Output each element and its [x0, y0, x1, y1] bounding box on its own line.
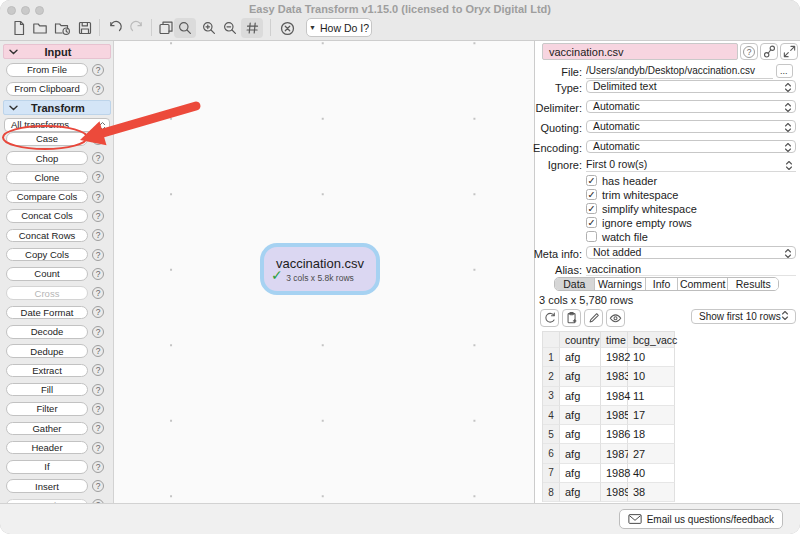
cell[interactable]: 1982 — [601, 348, 628, 367]
cell[interactable]: 10 — [628, 348, 675, 367]
zoom-out-icon[interactable] — [220, 18, 240, 38]
row-number[interactable]: 7 — [543, 464, 560, 483]
delimiter-select[interactable]: Automatic — [586, 100, 796, 114]
cell[interactable]: 17 — [628, 406, 675, 425]
transform-extract-button[interactable]: Extract — [6, 364, 88, 378]
transform-header-button[interactable]: Header — [6, 441, 88, 455]
row-number[interactable]: 8 — [543, 483, 560, 502]
checkbox-simplify-whitespace[interactable]: ✓ simplify whitespace — [586, 203, 697, 215]
transform-filter-select[interactable]: All transforms — [4, 118, 110, 132]
help-icon[interactable]: ? — [92, 133, 104, 145]
cell[interactable]: afg — [560, 444, 601, 463]
help-icon[interactable]: ? — [92, 191, 104, 203]
tab-results[interactable]: Results — [728, 278, 778, 290]
cell[interactable]: 1984 — [601, 387, 628, 406]
help-button[interactable]: ? — [740, 43, 758, 60]
cell[interactable]: afg — [560, 406, 601, 425]
transform-decode-button[interactable]: Decode — [6, 325, 88, 339]
link-icon[interactable] — [760, 43, 778, 60]
help-icon[interactable]: ? — [92, 152, 104, 164]
help-icon[interactable]: ? — [92, 345, 104, 357]
edit-icon[interactable] — [584, 309, 603, 327]
copy-to-clipboard-icon[interactable] — [562, 309, 581, 327]
checkbox-watch-file[interactable]: watch file — [586, 231, 648, 243]
transform-compare-cols-button[interactable]: Compare Cols — [6, 190, 88, 204]
cancel-icon[interactable] — [277, 18, 297, 38]
help-icon[interactable]: ? — [92, 249, 104, 261]
checkbox-trim-whitespace[interactable]: ✓ trim whitespace — [586, 189, 678, 201]
column-header-time[interactable]: time — [601, 332, 628, 348]
quoting-select[interactable]: Automatic — [586, 120, 796, 134]
save-icon[interactable] — [75, 18, 95, 38]
from-clipboard-button[interactable]: From Clipboard — [6, 82, 88, 96]
help-icon[interactable]: ? — [92, 403, 104, 415]
column-header-bcg-vacc[interactable]: bcg_vacc — [628, 332, 675, 348]
email-feedback-button[interactable]: Email us questions/feedback — [619, 509, 783, 529]
ignore-rows-spinner[interactable]: First 0 row(s) — [586, 158, 796, 172]
new-file-icon[interactable] — [9, 18, 29, 38]
help-icon[interactable]: ? — [92, 461, 104, 473]
help-icon[interactable]: ? — [92, 326, 104, 338]
row-number[interactable]: 3 — [543, 387, 560, 406]
help-icon[interactable]: ? — [92, 229, 104, 241]
open-recent-icon[interactable] — [52, 18, 72, 38]
row-number[interactable]: 1 — [543, 348, 560, 367]
tab-data[interactable]: Data — [555, 278, 595, 290]
help-icon[interactable]: ? — [92, 480, 104, 492]
type-select[interactable]: Delimited text — [586, 80, 796, 94]
tab-comment[interactable]: Comment — [678, 278, 729, 290]
help-icon[interactable]: ? — [92, 83, 104, 95]
cell[interactable]: 1988 — [601, 464, 628, 483]
transform-filter-button[interactable]: Filter — [6, 402, 88, 416]
help-icon[interactable]: ? — [92, 210, 104, 222]
refresh-icon[interactable] — [540, 309, 559, 327]
column-header-country[interactable]: country — [560, 332, 601, 348]
transform-section-header[interactable]: Transform — [3, 100, 111, 115]
help-icon[interactable]: ? — [92, 268, 104, 280]
encoding-select[interactable]: Automatic — [586, 140, 796, 154]
tab-warnings[interactable]: Warnings — [595, 278, 647, 290]
workflow-canvas[interactable]: ✓ vaccination.csv 3 cols x 5.8k rows — [115, 41, 534, 503]
input-section-header[interactable]: Input — [3, 44, 111, 59]
from-file-button[interactable]: From File — [6, 63, 88, 77]
cell[interactable]: 1983 — [601, 367, 628, 386]
help-icon[interactable]: ? — [92, 422, 104, 434]
cell[interactable]: afg — [560, 348, 601, 367]
cell[interactable]: 1985 — [601, 406, 628, 425]
duplicate-icon[interactable] — [156, 18, 176, 38]
transform-fill-button[interactable]: Fill — [6, 383, 88, 397]
undo-icon[interactable] — [105, 18, 125, 38]
show-rows-select[interactable]: Show first 10 rows — [691, 309, 796, 324]
help-icon[interactable]: ? — [92, 442, 104, 454]
transform-concat-rows-button[interactable]: Concat Rows — [6, 229, 88, 243]
meta-info-select[interactable]: Not added — [586, 246, 796, 260]
cell[interactable]: afg — [560, 483, 601, 502]
view-eye-icon[interactable] — [606, 309, 625, 327]
transform-insert-button[interactable]: Insert — [6, 479, 88, 493]
help-icon[interactable]: ? — [92, 384, 104, 396]
open-file-icon[interactable] — [30, 18, 50, 38]
row-number[interactable]: 2 — [543, 367, 560, 386]
node-vaccination-csv[interactable]: ✓ vaccination.csv 3 cols x 5.8k rows — [260, 243, 380, 295]
tab-info[interactable]: Info — [646, 278, 678, 290]
transform-date-format-button[interactable]: Date Format — [6, 306, 88, 320]
expand-icon[interactable] — [780, 43, 798, 60]
transform-chop-button[interactable]: Chop — [6, 151, 88, 165]
cell[interactable]: afg — [560, 425, 601, 444]
cell[interactable]: afg — [560, 387, 601, 406]
transform-cross-button[interactable]: Cross — [6, 286, 88, 300]
cell[interactable]: 18 — [628, 425, 675, 444]
cell[interactable]: afg — [560, 464, 601, 483]
cell[interactable]: 1989 — [601, 483, 628, 502]
transform-case-button[interactable]: Case — [6, 132, 88, 146]
alias-field[interactable]: vaccination — [586, 263, 796, 276]
help-icon[interactable]: ? — [92, 306, 104, 318]
checkbox-ignore-empty-rows[interactable]: ✓ ignore empty rows — [586, 217, 692, 229]
cell[interactable]: 27 — [628, 444, 675, 463]
row-number[interactable]: 6 — [543, 444, 560, 463]
browse-button[interactable]: ... — [776, 64, 793, 78]
cell[interactable]: 40 — [628, 464, 675, 483]
cell[interactable]: afg — [560, 367, 601, 386]
transform-if-button[interactable]: If — [6, 460, 88, 474]
transform-clone-button[interactable]: Clone — [6, 171, 88, 185]
